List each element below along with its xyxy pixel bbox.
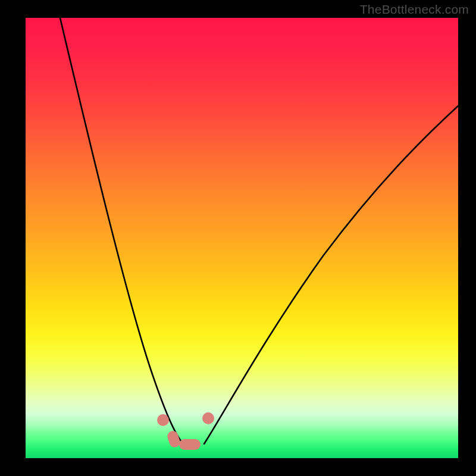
plot-area (26, 18, 458, 458)
chart-canvas (26, 18, 458, 458)
marker-pill-bottom (179, 439, 201, 450)
marker-pill-left (166, 430, 181, 449)
watermark-text: TheBottleneck.com (360, 2, 469, 17)
marker-dot-right (202, 412, 214, 424)
outer-frame: TheBottleneck.com (0, 0, 476, 476)
right-curve (204, 106, 458, 444)
left-curve (60, 18, 183, 444)
marker-dot-left (157, 414, 169, 426)
